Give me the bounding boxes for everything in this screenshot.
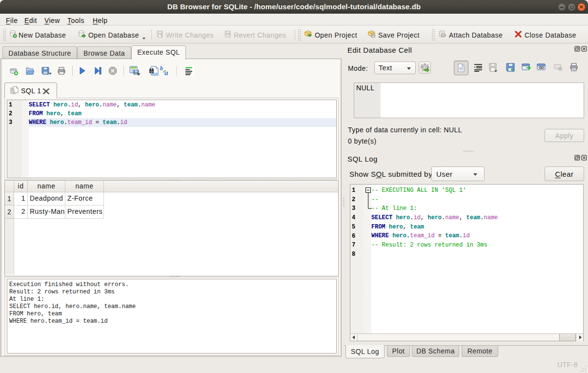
svg-text:b: b [160,65,163,72]
svg-text:a: a [164,69,168,76]
